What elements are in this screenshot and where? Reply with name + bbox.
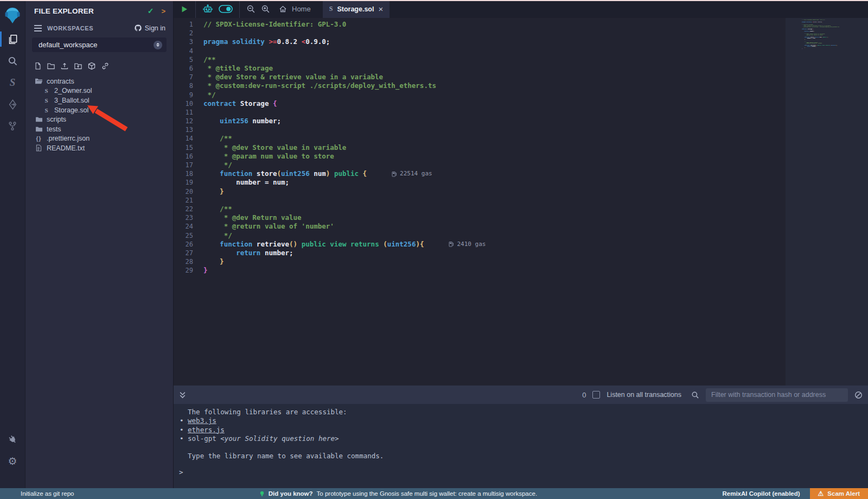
zoom-out-icon[interactable] (246, 4, 256, 14)
sign-in-button[interactable]: Sign in (134, 24, 165, 32)
link-icon[interactable] (101, 62, 110, 70)
zoom-in-icon[interactable] (261, 4, 270, 14)
gas-estimate-annotation: 2410 gas (449, 240, 486, 249)
code-line: 18 function store(uint256 num) public {2… (174, 169, 868, 178)
github-icon (134, 24, 142, 32)
code-line: 13 (174, 125, 868, 134)
terminal-toolbar: 0 Listen on all transactions (174, 386, 868, 404)
code-line: 16 * @param num value to store (174, 152, 868, 161)
robot-icon[interactable] (202, 4, 213, 14)
tree-item-tests[interactable]: tests (25, 124, 173, 134)
terminal-line (174, 443, 868, 452)
line-number: 18 (174, 169, 203, 178)
search-icon[interactable] (0, 50, 25, 72)
terminal-output: The following libraries are accessible:•… (174, 408, 868, 461)
line-number: 13 (174, 125, 203, 134)
code-line: 20 } (174, 187, 868, 196)
file-explorer-panel: FILE EXPLORER ✓ > WORKSPACES Sign in def… (25, 0, 174, 488)
tree-item-scripts[interactable]: scripts (25, 115, 173, 124)
deploy-run-icon[interactable] (0, 93, 25, 115)
line-number: 7 (174, 73, 203, 81)
listen-checkbox[interactable] (592, 391, 600, 399)
tree-item-Storage.sol[interactable]: SStorage.sol (25, 105, 173, 115)
line-number: 5 (174, 55, 203, 64)
folder-open-icon (35, 78, 43, 85)
editor-column: Home S Storage.sol × 1// SPDX-License-Id… (174, 0, 868, 488)
solidity-compiler-icon[interactable]: S (0, 72, 25, 93)
tree-item-3_Ballot.sol[interactable]: S3_Ballot.sol (25, 96, 173, 105)
tree-item-contracts[interactable]: contracts (25, 77, 173, 86)
minimap[interactable]: // SPDX-License-Identifier: GPL-3.0pragm… (786, 18, 868, 386)
terminal-prompt[interactable]: > (174, 468, 868, 477)
tree-item-2_Owner.sol[interactable]: S2_Owner.sol (25, 86, 173, 96)
circle-slash-icon[interactable] (854, 391, 863, 399)
upload-file-icon[interactable] (60, 62, 69, 70)
sol-icon: S (42, 97, 50, 104)
line-number: 28 (174, 257, 203, 266)
home-tab[interactable]: Home (279, 5, 311, 13)
workspace-select[interactable]: default_workspace (32, 37, 167, 52)
code-line: 25 */ (174, 231, 868, 240)
code-line: 6 * @title Storage (174, 64, 868, 73)
file-explorer-icon[interactable] (0, 28, 25, 50)
new-file-icon[interactable] (34, 62, 42, 70)
transaction-filter-input[interactable] (706, 388, 848, 402)
code-line: 19 number = num; (174, 178, 868, 187)
listen-label: Listen on all transactions (607, 391, 681, 399)
file-toolbar (25, 52, 173, 70)
git-icon[interactable] (0, 115, 25, 137)
tab-label: Storage.sol (337, 5, 374, 13)
cube-icon[interactable] (87, 62, 96, 70)
status-bar-right: RemixAI Copilot (enabled) ⚠ Scam Alert (722, 488, 868, 499)
file-icon (35, 144, 43, 151)
chevron-right-icon[interactable]: > (161, 7, 165, 15)
terminal-line: Type the library name to see available c… (174, 452, 868, 460)
json-icon: {} (35, 136, 43, 142)
line-number: 25 (174, 231, 203, 240)
copilot-status[interactable]: RemixAI Copilot (enabled) (722, 490, 800, 497)
settings-gear-icon[interactable]: ⚙ (0, 450, 25, 472)
upload-folder-icon[interactable] (74, 62, 82, 70)
tab-close-icon[interactable]: × (378, 5, 383, 13)
code-line: 14 /** (174, 134, 868, 143)
code-line: 1// SPDX-License-Identifier: GPL-3.0 (174, 20, 868, 29)
tree-item-.prettierrc.json[interactable]: {}.prettierrc.json (25, 134, 173, 144)
terminal-search-icon[interactable] (691, 391, 699, 399)
toggle-on-icon[interactable] (219, 5, 233, 13)
remix-logo[interactable] (4, 3, 21, 28)
scam-alert-button[interactable]: ⚠ Scam Alert (810, 488, 868, 499)
plugin-manager-icon[interactable] (0, 428, 25, 450)
terminal[interactable]: The following libraries are accessible:•… (174, 404, 868, 488)
minimap-code: // SPDX-License-Identifier: GPL-3.0pragm… (786, 18, 868, 49)
line-number: 8 (174, 81, 203, 90)
line-number: 12 (174, 117, 203, 125)
git-init-button[interactable]: Initialize as git repo (0, 490, 74, 497)
sol-icon: S (42, 107, 50, 113)
code-editor[interactable]: 1// SPDX-License-Identifier: GPL-3.023pr… (174, 18, 868, 386)
code-line: 23 * @dev Return value (174, 213, 868, 222)
play-icon[interactable] (181, 5, 188, 13)
select-caret-icon (154, 41, 162, 49)
line-number: 23 (174, 213, 203, 222)
new-folder-icon[interactable] (47, 62, 55, 70)
code-line: 12 uint256 number; (174, 117, 868, 125)
status-bar: Initialize as git repo Did you know? To … (0, 488, 868, 499)
code-line: 11 (174, 108, 868, 117)
line-number: 15 (174, 143, 203, 152)
hamburger-icon[interactable] (34, 25, 42, 31)
activity-bar: S (0, 0, 25, 488)
line-number: 4 (174, 47, 203, 55)
home-icon (279, 5, 287, 13)
terminal-link[interactable]: web3.js (188, 416, 216, 425)
code-line: 15 * @dev Store value in variable (174, 143, 868, 152)
line-number: 29 (174, 266, 203, 275)
terminal-link[interactable]: ethers.js (188, 426, 225, 434)
tab-storage-sol[interactable]: S Storage.sol × (323, 0, 390, 18)
double-chevron-down-icon[interactable] (179, 391, 186, 399)
tree-item-README.txt[interactable]: README.txt (25, 143, 173, 153)
code-line: 22 /** (174, 205, 868, 213)
code-line: 24 * @return value of 'number' (174, 222, 868, 231)
tree-item-label: Storage.sol (54, 106, 88, 114)
run-group (174, 0, 196, 18)
scam-alert-label: Scam Alert (827, 490, 860, 497)
